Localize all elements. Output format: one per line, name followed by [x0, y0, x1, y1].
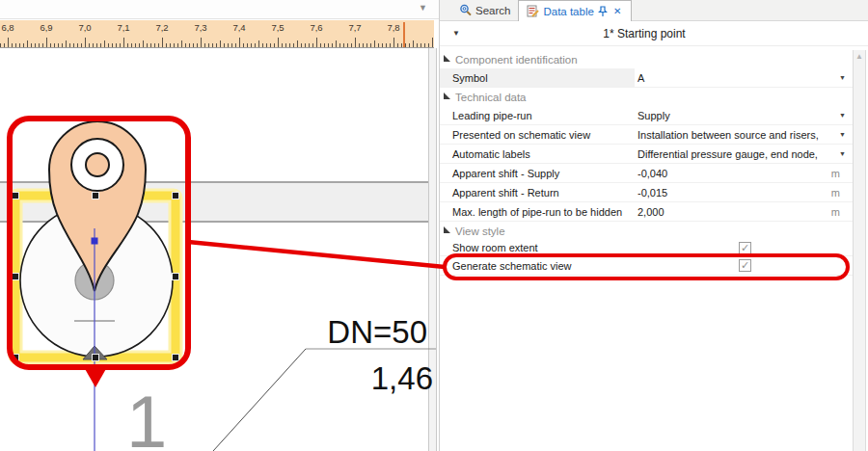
ruler-label: 7,6	[303, 22, 330, 33]
drawing-canvas[interactable]: ▼ 6,86,97,07,17,27,37,47,57,67,77,8	[0, 0, 442, 451]
unit-label: m	[831, 206, 840, 218]
property-value-cell[interactable]: 2,000m	[635, 206, 853, 218]
section-header[interactable]: Technical data	[440, 88, 853, 106]
ruler-label: 6,8	[0, 22, 21, 33]
pin-dot	[86, 153, 109, 176]
property-label: Symbol	[440, 68, 635, 87]
ruler-label: 7,4	[226, 22, 253, 33]
close-icon[interactable]: ✕	[611, 2, 623, 21]
chevron-down-icon[interactable]: ▼	[839, 74, 846, 81]
property-row[interactable]: Automatic labelsDifferential pressure ga…	[440, 145, 853, 164]
ruler-label: 7,2	[149, 22, 176, 33]
collapse-icon[interactable]	[444, 55, 450, 62]
node-point	[92, 238, 98, 245]
section-label: Technical data	[455, 92, 527, 103]
property-value-cell[interactable]: ✓	[635, 259, 853, 272]
property-value-cell[interactable]: Differential pressure gauge, end node,▼	[635, 148, 853, 160]
property-row[interactable]: Max. length of pipe-run to be hidden2,00…	[440, 202, 853, 222]
magnifier-icon	[459, 4, 472, 16]
ruler-position-marker	[403, 22, 405, 48]
panel-tab-bar: Search Data table ✕	[440, 0, 868, 21]
property-label: Generate schematic view	[440, 256, 635, 275]
property-value: Installation between source and risers,	[637, 129, 839, 141]
panel-header: ▼ 1* Starting point	[440, 21, 868, 46]
node-number-label: 1	[126, 381, 167, 451]
scroll-up-icon[interactable]: ▲	[854, 50, 865, 64]
property-label: Leading pipe-run	[440, 106, 635, 124]
section-header[interactable]: View style	[440, 222, 853, 240]
collapse-icon[interactable]	[444, 226, 450, 233]
property-value: -0,015	[637, 187, 831, 199]
property-value: Supply	[637, 110, 839, 121]
property-value-cell[interactable]: Installation between source and risers,▼	[635, 129, 853, 141]
property-value: 2,000	[637, 206, 831, 218]
canvas-vertical-scrollbar[interactable]	[428, 48, 437, 451]
properties-panel: Search Data table ✕ ▼ 1* St	[439, 0, 868, 451]
table-pencil-icon	[527, 5, 539, 17]
property-label: Apparent shift - Return	[440, 183, 635, 201]
ruler-label: 7,7	[341, 22, 368, 33]
ruler-label: 7,1	[110, 22, 137, 33]
property-value-cell[interactable]: -0,040m	[635, 168, 853, 179]
property-label: Automatic labels	[440, 145, 635, 163]
dimension-leader	[213, 349, 436, 451]
property-row[interactable]: Show room extent✓	[440, 240, 853, 256]
property-label: Max. length of pipe-run to be hidden	[440, 202, 635, 221]
property-row[interactable]: Generate schematic view✓	[440, 256, 853, 276]
panel-vertical-scrollbar[interactable]: ▲	[853, 50, 866, 451]
ruler-label: 7,3	[187, 22, 214, 33]
property-row[interactable]: SymbolA▼	[440, 68, 853, 88]
property-row[interactable]: Presented on schematic viewInstallation …	[440, 125, 853, 145]
property-value-cell[interactable]: ✓	[635, 242, 853, 254]
property-value: A	[637, 72, 839, 84]
property-value-cell[interactable]: Supply▼	[635, 110, 853, 121]
dn-label: DN=50	[327, 314, 427, 350]
selected-object-title: 1* Starting point	[440, 27, 849, 40]
unit-label: m	[831, 168, 840, 179]
property-row[interactable]: Apparent shift - Return-0,015m	[440, 183, 853, 202]
length-label: 1,46	[371, 360, 433, 396]
property-row[interactable]: Apparent shift - Supply-0,040m	[440, 164, 853, 183]
property-value: Differential pressure gauge, end node,	[637, 148, 839, 160]
section-label: Component identification	[455, 54, 578, 66]
checkbox[interactable]: ✓	[739, 242, 751, 254]
chevron-down-icon[interactable]: ▼	[839, 112, 846, 119]
ruler-label: 6,9	[33, 22, 60, 33]
horizontal-ruler: 6,86,97,07,17,27,37,47,57,67,77,8	[0, 20, 434, 48]
application-window: ▼ 6,86,97,07,17,27,37,47,57,67,77,8	[0, 0, 868, 451]
tab-search[interactable]: Search	[451, 0, 518, 20]
tab-search-label: Search	[475, 5, 510, 16]
ruler-label: 7,5	[264, 22, 291, 33]
collapse-icon[interactable]	[444, 93, 450, 99]
unit-label: m	[831, 187, 840, 199]
property-row[interactable]: Leading pipe-runSupply▼	[440, 106, 853, 125]
canvas-toolbar: ▼	[0, 0, 439, 19]
checkbox[interactable]: ✓	[739, 259, 751, 272]
property-label: Show room extent	[440, 240, 635, 255]
property-value-cell[interactable]: -0,015m	[635, 187, 853, 199]
section-label: View style	[455, 226, 505, 237]
section-header[interactable]: Component identification	[440, 50, 853, 68]
starting-point-symbol[interactable]	[20, 121, 173, 451]
chevron-down-icon[interactable]: ▼	[839, 150, 846, 157]
toolbar-overflow-icon[interactable]: ▼	[419, 3, 427, 13]
tab-data-table[interactable]: Data table ✕	[518, 0, 632, 21]
tab-data-table-label: Data table	[543, 6, 593, 17]
property-label: Presented on schematic view	[440, 125, 635, 144]
chevron-down-icon[interactable]: ▼	[839, 131, 846, 138]
property-value-cell[interactable]: A▼	[635, 72, 853, 84]
property-grid: Component identificationSymbolA▼Technica…	[440, 50, 853, 451]
ruler-label: 7,0	[71, 22, 98, 33]
property-value: -0,040	[637, 168, 831, 179]
pushpin-icon[interactable]	[598, 6, 608, 17]
property-label: Apparent shift - Supply	[440, 164, 635, 182]
